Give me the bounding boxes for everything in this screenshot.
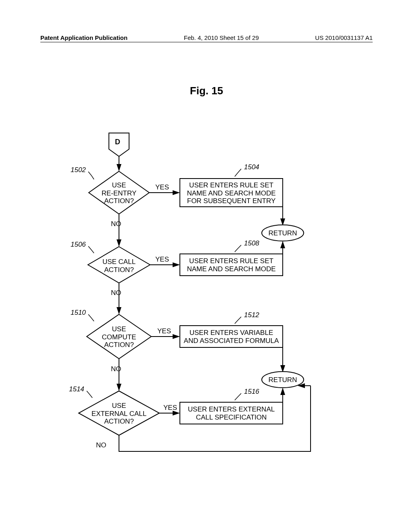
process-1504-text: USER ENTERS RULE SET NAME AND SEARCH MOD… <box>182 181 280 205</box>
yes-1: YES <box>155 183 169 191</box>
decision-reentry-text: USE RE-ENTRY ACTION? <box>99 181 139 205</box>
ref-1512: 1512 <box>244 311 259 319</box>
ref-1506: 1506 <box>71 241 86 249</box>
no-4: NO <box>96 441 106 449</box>
ref-1508: 1508 <box>244 239 259 247</box>
no-2: NO <box>111 289 121 297</box>
decision-compute-text: USE COMPUTE ACTION? <box>99 325 139 349</box>
ref-1504: 1504 <box>244 163 259 171</box>
ref-1502: 1502 <box>71 166 86 174</box>
ref-1510: 1510 <box>71 309 86 317</box>
ref-1514: 1514 <box>69 385 84 393</box>
connector-d-label: D <box>115 138 120 146</box>
ref-1516: 1516 <box>244 388 259 396</box>
no-3: NO <box>111 365 121 373</box>
process-1508-text: USER ENTERS RULE SET NAME AND SEARCH MOD… <box>182 257 280 273</box>
yes-4: YES <box>163 404 177 412</box>
no-1: NO <box>111 220 121 228</box>
decision-call-text: USE CALL ACTION? <box>97 258 141 274</box>
yes-2: YES <box>155 256 169 264</box>
decision-external-text: USE EXTERNAL CALL ACTION? <box>89 402 149 426</box>
yes-3: YES <box>157 327 171 335</box>
process-1516-text: USER ENTERS EXTERNAL CALL SPECIFICATION <box>182 405 280 421</box>
terminal-return-2: RETURN <box>268 376 297 384</box>
terminal-return-1: RETURN <box>268 229 297 237</box>
process-1512-text: USER ENTERS VARIABLE AND ASSOCIATED FORM… <box>182 329 280 345</box>
